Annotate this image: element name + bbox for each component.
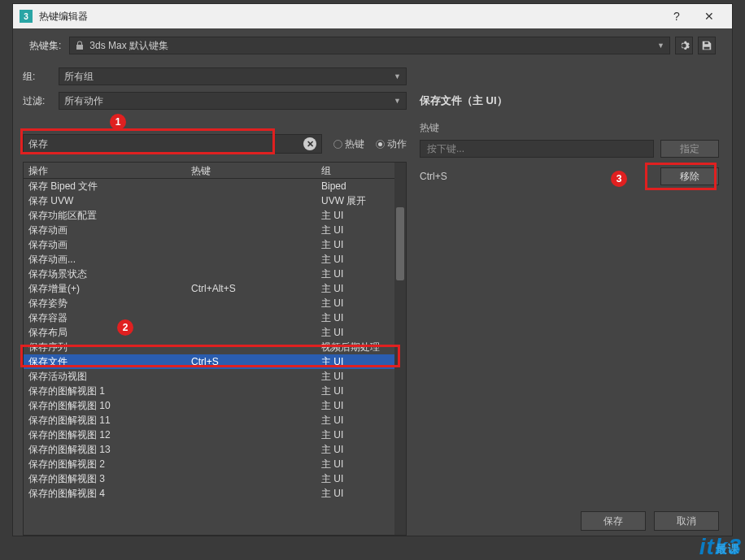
- cell-hotkey: [186, 462, 316, 466]
- radio-action[interactable]: 动作: [376, 137, 407, 151]
- table-row[interactable]: 保存动画...主 UI: [24, 252, 406, 267]
- table-header: 操作 热键 组: [24, 163, 406, 179]
- table-row[interactable]: 保存容器主 UI: [24, 310, 406, 325]
- cell-hotkey: [186, 345, 316, 349]
- table-row[interactable]: 保存活动视图主 UI: [24, 369, 406, 384]
- cell-hotkey: [186, 448, 316, 451]
- selected-action-title: 保存文件（主 UI）: [420, 93, 722, 108]
- hotkey-input[interactable]: 按下键...: [420, 140, 654, 158]
- dialog-cancel-button[interactable]: 取消: [654, 511, 719, 531]
- scrollbar-thumb[interactable]: [396, 207, 404, 280]
- filter-label: 过滤:: [23, 94, 50, 108]
- cell-group: Biped: [316, 179, 406, 193]
- cell-hotkey: [186, 214, 316, 217]
- table-row[interactable]: 保存的图解视图 2主 UI: [24, 457, 406, 471]
- remove-button[interactable]: 移除: [660, 167, 719, 185]
- cell-hotkey: Ctrl+S: [186, 354, 316, 369]
- table-row[interactable]: 保存的图解视图 10主 UI: [24, 398, 406, 413]
- cell-hotkey: [186, 419, 316, 422]
- chevron-down-icon: ▼: [394, 97, 401, 105]
- group-select[interactable]: 所有组 ▼: [59, 67, 407, 85]
- table-row[interactable]: 保存的图解视图 13主 UI: [24, 442, 406, 457]
- cell-hotkey: [186, 199, 316, 202]
- cell-hotkey: [186, 404, 316, 407]
- cell-hotkey: Ctrl+Alt+S: [186, 281, 316, 296]
- hotkey-editor-window: 3 热键编辑器 ? ✕ 热键集: 3ds Max 默认键集 ▼ 组: 所有组 ▼: [12, 3, 733, 536]
- table-row[interactable]: 保存姿势主 UI: [24, 296, 406, 310]
- cell-hotkey: [186, 331, 316, 334]
- preset-row: 热键集: 3ds Max 默认键集 ▼: [13, 28, 732, 61]
- col-hotkey[interactable]: 热键: [186, 163, 316, 178]
- right-pane: 保存文件（主 UI） 热键 按下键... 指定 Ctrl+S 移除: [416, 64, 722, 536]
- cell-hotkey: [186, 433, 316, 436]
- content-area: 组: 所有组 ▼ 过滤: 所有动作 ▼ ✕: [13, 61, 732, 536]
- assign-button[interactable]: 指定: [660, 140, 719, 158]
- cell-action: 保存的图解视图 4: [24, 485, 186, 502]
- table-row[interactable]: 保存序列视频后期处理: [24, 340, 406, 354]
- table-row[interactable]: 保存的图解视图 4主 UI: [24, 486, 406, 501]
- close-button[interactable]: ✕: [693, 5, 725, 28]
- table-row[interactable]: 保存 UVWUVW 展开: [24, 193, 406, 208]
- col-group[interactable]: 组: [316, 163, 406, 178]
- table-row[interactable]: 保存的图解视图 3主 UI: [24, 471, 406, 486]
- gear-icon: [678, 40, 690, 51]
- titlebar: 3 热键编辑器 ? ✕: [13, 4, 732, 28]
- cell-hotkey: [186, 389, 316, 393]
- assigned-hotkey: Ctrl+S: [420, 171, 447, 182]
- settings-button[interactable]: [675, 37, 693, 54]
- dialog-save-button[interactable]: 保存: [581, 511, 646, 531]
- cell-hotkey: [186, 316, 316, 319]
- radio-hotkey[interactable]: 热键: [333, 137, 364, 151]
- hotkey-group: 热键 按下键... 指定 Ctrl+S 移除: [420, 121, 719, 185]
- clear-search-icon[interactable]: ✕: [303, 137, 316, 150]
- lock-icon: [75, 41, 85, 50]
- table-row[interactable]: 保存文件Ctrl+S主 UI: [24, 354, 406, 369]
- preset-value: 3ds Max 默认键集: [89, 39, 168, 53]
- hotkey-placeholder: 按下键...: [427, 142, 464, 156]
- filter-select[interactable]: 所有动作 ▼: [59, 92, 407, 110]
- left-pane: 组: 所有组 ▼ 过滤: 所有动作 ▼ ✕: [23, 64, 407, 536]
- table-body[interactable]: 保存 Biped 文件Biped保存 UVWUVW 展开保存功能区配置主 UI保…: [24, 179, 406, 535]
- table-row[interactable]: 保存的图解视图 11主 UI: [24, 413, 406, 428]
- cell-hotkey: [186, 243, 316, 246]
- cell-hotkey: [186, 492, 316, 495]
- search-input[interactable]: [28, 138, 303, 150]
- table-row[interactable]: 保存动画主 UI: [24, 237, 406, 252]
- table-row[interactable]: 保存的图解视图 12主 UI: [24, 428, 406, 442]
- dialog-footer: 保存 取消: [581, 511, 719, 531]
- cell-hotkey: [186, 302, 316, 305]
- cell-hotkey: [186, 258, 316, 261]
- save-icon: [701, 40, 712, 51]
- table-row[interactable]: 保存功能区配置主 UI: [24, 208, 406, 223]
- table-row[interactable]: 保存的图解视图 1主 UI: [24, 384, 406, 398]
- cell-hotkey: [186, 477, 316, 480]
- radio-icon: [376, 140, 385, 149]
- chevron-down-icon: ▼: [394, 72, 401, 80]
- table-row[interactable]: 保存增量(+)Ctrl+Alt+S主 UI: [24, 281, 406, 296]
- group-label: 组:: [23, 70, 50, 84]
- table-row[interactable]: 保存动画主 UI: [24, 223, 406, 237]
- radio-icon: [333, 140, 342, 149]
- watermark: itk3 最课: [699, 534, 742, 560]
- col-action[interactable]: 操作: [24, 163, 186, 178]
- window-title: 热键编辑器: [39, 10, 660, 24]
- cell-hotkey: [186, 228, 316, 232]
- hotkey-group-label: 热键: [420, 121, 719, 135]
- cell-group: 主 UI: [316, 485, 406, 502]
- app-icon: 3: [20, 10, 33, 23]
- table-row[interactable]: 保存 Biped 文件Biped: [24, 179, 406, 193]
- actions-table: 操作 热键 组 保存 Biped 文件Biped保存 UVWUVW 展开保存功能…: [23, 162, 407, 536]
- help-button[interactable]: ?: [660, 5, 693, 28]
- preset-label: 热键集:: [29, 39, 61, 53]
- table-row[interactable]: 保存场景状态主 UI: [24, 267, 406, 281]
- cell-hotkey: [186, 272, 316, 276]
- cell-hotkey: [186, 184, 316, 188]
- cell-hotkey: [186, 375, 316, 378]
- save-preset-button[interactable]: [698, 37, 716, 54]
- chevron-down-icon: ▼: [657, 41, 664, 50]
- table-row[interactable]: 保存布局主 UI: [24, 325, 406, 340]
- scrollbar[interactable]: [394, 163, 406, 535]
- preset-select[interactable]: 3ds Max 默认键集 ▼: [69, 37, 670, 54]
- search-box[interactable]: ✕: [23, 134, 322, 154]
